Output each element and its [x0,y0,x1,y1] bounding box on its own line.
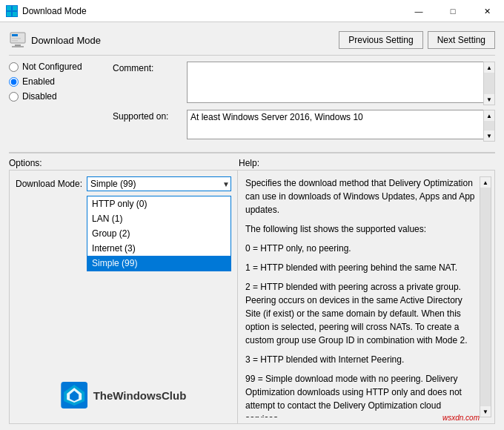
comment-label: Comment: [113,62,187,73]
scroll-up-arrow[interactable]: ▲ [484,62,494,73]
lower-section: Download Mode: HTTP only (0) LAN (1) Gro… [9,170,495,424]
dropdown-item-simple[interactable]: Simple (99) [87,256,231,271]
help-p5: 2 = HTTP blended with peering across a p… [245,280,477,347]
watermark: wsxdn.com [442,414,480,422]
options-help-labels: Options: Help: [9,156,495,170]
svg-rect-8 [15,44,21,46]
help-text: Specifies the download method that Deliv… [245,176,480,417]
help-p6: 3 = HTTP blended with Internet Peering. [245,353,477,366]
logo-text: TheWindowsClub [93,389,187,402]
svg-rect-0 [7,6,11,10]
title-bar: Download Mode — □ ✕ [0,0,504,22]
svg-rect-1 [13,6,17,10]
help-p3: 0 = HTTP only, no peering. [245,242,477,255]
supported-scroll-up[interactable]: ▲ [484,110,494,121]
scroll-down-arrow[interactable]: ▼ [484,94,494,105]
help-scroll-down[interactable]: ▼ [480,406,491,417]
dropdown-item-group[interactable]: Group (2) [87,226,231,241]
enabled-label[interactable]: Enabled [9,76,105,87]
supported-input-wrap: ▲ ▼ [187,110,495,142]
upper-section: Not Configured Enabled Disabled Comment:… [9,62,495,153]
minimize-button[interactable]: — [402,0,436,22]
toolbar-title: Download Mode [31,35,101,46]
comment-textarea[interactable] [187,62,495,103]
help-scroll-track [480,188,491,406]
enabled-radio[interactable] [9,77,19,87]
supported-row: Supported on: ▲ ▼ [113,110,495,142]
help-label: Help: [239,158,495,168]
scroll-track [484,73,494,94]
help-scroll-up[interactable]: ▲ [480,177,491,188]
comment-scrollbar: ▲ ▼ [483,62,495,105]
supported-label: Supported on: [113,110,187,122]
svg-rect-3 [13,12,17,16]
dialog: Download Mode Previous Setting Next Sett… [0,22,504,430]
next-setting-button[interactable]: Next Setting [428,31,495,49]
svg-rect-7 [12,40,18,42]
title-bar-text: Download Mode [22,6,87,16]
dropdown-item-http[interactable]: HTTP only (0) [87,196,231,211]
not-configured-radio[interactable] [9,62,19,72]
comment-input-wrap: ▲ ▼ [187,62,495,105]
help-p1: Specifies the download method that Deliv… [245,176,477,216]
dropdown-item-internet[interactable]: Internet (3) [87,241,231,256]
toolbar-buttons: Previous Setting Next Setting [339,31,495,49]
logo-icon [61,382,87,408]
app-icon [6,5,18,17]
logo-area: TheWindowsClub [61,382,187,408]
dropdown-item-lan[interactable]: LAN (1) [87,211,231,226]
comment-row: Comment: ▲ ▼ [113,62,495,105]
disabled-text: Disabled [22,91,57,102]
form-section: Comment: ▲ ▼ Supported on: ▲ [105,62,495,146]
svg-rect-5 [12,34,18,36]
radio-column: Not Configured Enabled Disabled [9,62,105,146]
toolbar: Download Mode Previous Setting Next Sett… [9,28,495,56]
prev-setting-button[interactable]: Previous Setting [339,31,422,49]
maximize-button[interactable]: □ [436,0,470,22]
download-mode-row: Download Mode: HTTP only (0) LAN (1) Gro… [16,176,231,191]
help-scrollbar: ▲ ▼ [480,176,491,417]
options-label: Options: [9,158,239,168]
download-mode-select[interactable]: HTTP only (0) LAN (1) Group (2) Internet… [87,176,231,191]
help-p7: 99 = Simple download mode with no peerin… [245,372,477,417]
download-mode-select-wrap[interactable]: HTTP only (0) LAN (1) Group (2) Internet… [87,176,231,191]
help-panel: Specifies the download method that Deliv… [238,171,494,423]
download-mode-label: Download Mode: [16,179,82,189]
disabled-radio[interactable] [9,92,19,102]
supported-scrollbar: ▲ ▼ [483,110,495,142]
help-p2: The following list shows the supported v… [245,222,477,236]
svg-rect-2 [7,12,11,16]
dropdown-list[interactable]: HTTP only (0) LAN (1) Group (2) Internet… [87,196,231,271]
supported-textarea[interactable] [187,110,495,139]
not-configured-text: Not Configured [22,62,82,72]
help-p4: 1 = HTTP blended with peering behind the… [245,261,477,274]
toolbar-label-area: Download Mode [9,31,339,49]
svg-rect-9 [12,46,24,47]
close-button[interactable]: ✕ [470,0,504,22]
disabled-label[interactable]: Disabled [9,91,105,102]
toolbar-icon [9,31,27,49]
supported-scroll-track [484,121,494,130]
options-panel: Download Mode: HTTP only (0) LAN (1) Gro… [10,171,238,423]
enabled-text: Enabled [22,76,55,87]
svg-rect-6 [12,38,21,39]
window-controls: — □ ✕ [402,0,504,22]
supported-scroll-down[interactable]: ▼ [484,130,494,141]
not-configured-label[interactable]: Not Configured [9,62,105,72]
